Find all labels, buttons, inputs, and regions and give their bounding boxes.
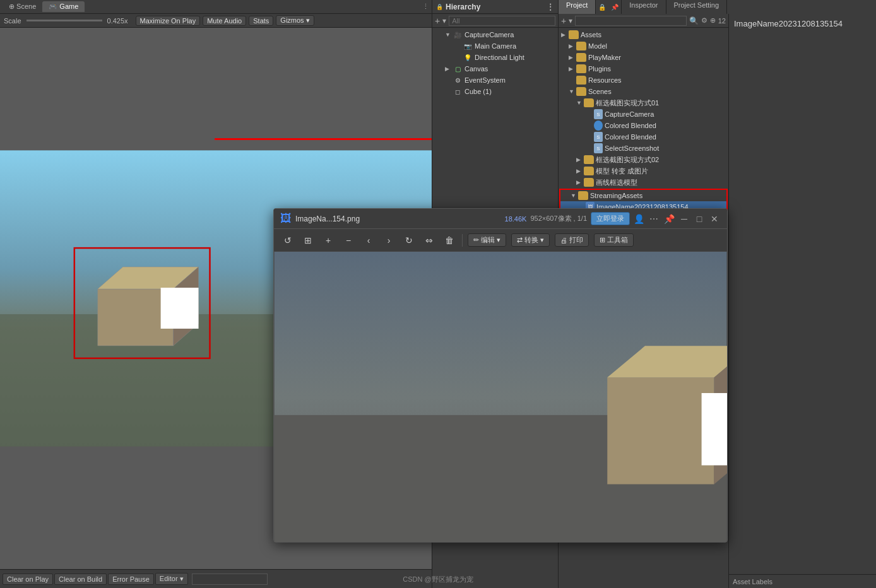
clear-on-play-button[interactable]: Clear on Play — [3, 573, 53, 585]
tab-game[interactable]: 🎮 Game — [42, 1, 85, 12]
arrow-icon: ▶ — [569, 43, 576, 49]
hierarchy-item-canvas[interactable]: ▶ ▢ Canvas — [432, 63, 558, 74]
rotate-left-icon[interactable]: ↺ — [280, 233, 295, 248]
proj-item-colored-blended-2[interactable]: S Colored Blended — [559, 131, 728, 143]
maximize-on-play-button[interactable]: Maximize On Play — [136, 16, 201, 26]
svg-rect-12 — [702, 393, 727, 466]
arrow-icon: ▶ — [569, 66, 576, 72]
folder-icon — [569, 30, 579, 39]
editor-dropdown-icon: ▾ — [180, 575, 184, 582]
mute-audio-button[interactable]: Mute Audio — [203, 16, 246, 26]
viewer-app-icon: 🖼 — [280, 212, 292, 225]
arrow-icon: ▼ — [569, 88, 576, 95]
proj-item-scene01[interactable]: ▼ 框选截图实现方式01 — [559, 97, 728, 109]
hierarchy-toolbar: + ▾ — [432, 14, 558, 28]
proj-item-streaming-assets[interactable]: ▼ StreamingAssets — [560, 190, 726, 201]
hierarchy-item-cube[interactable]: ◻ Cube (1) — [432, 86, 558, 97]
proj-item-resources[interactable]: Resources — [559, 74, 728, 86]
project-pin-icon[interactable]: 📌 — [608, 0, 621, 14]
cube-icon: ◻ — [453, 86, 463, 97]
proj-item-model-convert[interactable]: ▶ 模型 转变 成图片 — [559, 165, 728, 177]
console-search-input[interactable] — [192, 573, 268, 585]
error-pause-button[interactable]: Error Pause — [108, 573, 154, 585]
inspector-filename: ImageName20231208135154 — [734, 19, 871, 28]
folder-icon — [576, 64, 586, 73]
convert-button[interactable]: ⇄ 转换 ▾ — [511, 233, 550, 247]
sort-icon[interactable]: ⊕ — [710, 16, 716, 25]
viewer-file-size: 18.46K — [505, 215, 527, 223]
viewer-title: ImageNa...154.png — [295, 215, 497, 223]
delete-icon[interactable]: 🗑 — [442, 233, 457, 248]
proj-item-capturecamera-scene[interactable]: S CaptureCamera — [559, 109, 728, 120]
project-toolbar: + ▾ 🔍 ⚙ ⊕ 12 — [559, 14, 728, 28]
viewer-pin-icon[interactable]: 📌 — [663, 213, 675, 225]
project-dropdown-icon[interactable]: ▾ — [569, 16, 572, 25]
game-toolbar: Scale 0.425x Maximize On Play Mute Audio… — [0, 14, 432, 28]
nav-next-icon[interactable]: › — [381, 233, 396, 248]
arrow-icon: ▼ — [576, 100, 584, 106]
viewer-dimensions: 952×607像素 , 1/1 — [530, 214, 587, 223]
hierarchy-menu-icon[interactable]: ⋮ — [547, 3, 554, 11]
hierarchy-search-input[interactable] — [449, 16, 555, 26]
proj-item-assets[interactable]: ▶ Assets — [559, 29, 728, 40]
filter-icon[interactable]: ⚙ — [701, 16, 707, 25]
folder-icon — [584, 155, 594, 164]
stats-button[interactable]: Stats — [249, 16, 273, 26]
zoom-out-icon[interactable]: − — [341, 233, 356, 248]
project-plus-icon[interactable]: + — [561, 16, 566, 26]
view-icon[interactable]: 12 — [718, 17, 726, 25]
search-icon: 🔍 — [689, 16, 699, 25]
gizmos-button[interactable]: Gizmos ▾ — [276, 15, 314, 26]
folder-icon — [576, 87, 586, 96]
hierarchy-item-directional-light[interactable]: 💡 Directional Light — [432, 52, 558, 63]
proj-item-draw-select[interactable]: ▶ 画线框选模型 — [559, 177, 728, 188]
hierarchy-dropdown-icon[interactable]: ▾ — [442, 16, 446, 25]
viewer-minimize-icon[interactable]: ─ — [678, 213, 690, 225]
proj-item-model[interactable]: ▶ Model — [559, 40, 728, 52]
folder-icon — [576, 42, 586, 50]
viewer-maximize-icon[interactable]: □ — [693, 213, 706, 225]
hierarchy-header: 🔒 Hierarchy ⋮ — [432, 0, 558, 14]
rotate-right-icon[interactable]: ↻ — [401, 233, 417, 248]
editor-dropdown-button[interactable]: Editor ▾ — [155, 573, 188, 585]
tab-menu-icon[interactable]: ⋮ — [422, 3, 429, 11]
inspector-panel: ImageName20231208135154 Asset Labels — [729, 14, 876, 588]
scale-label: Scale — [4, 17, 21, 25]
blue-circle-icon — [594, 121, 603, 131]
project-search-input[interactable] — [575, 16, 687, 26]
viewer-close-icon[interactable]: ✕ — [708, 213, 721, 225]
tab-project[interactable]: Project — [559, 0, 596, 14]
proj-item-selectscreenshot[interactable]: S SelectScreenshot — [559, 143, 728, 154]
tools-button[interactable]: ⊞ 工具箱 — [594, 233, 634, 247]
tab-scene[interactable]: ⊕ Scene — [3, 1, 42, 12]
proj-item-colored-blended-1[interactable]: Colored Blended — [559, 120, 728, 131]
clear-on-build-button[interactable]: Clear on Build — [54, 573, 107, 585]
project-lock-icon[interactable]: 🔒 — [596, 0, 608, 14]
convert-dropdown-icon: ▾ — [540, 236, 544, 244]
toolbox-icon: ⊞ — [600, 236, 605, 244]
hierarchy-plus-icon[interactable]: + — [435, 16, 440, 26]
zoom-in-icon[interactable]: + — [321, 233, 336, 248]
camera-icon: 📷 — [463, 41, 473, 51]
proj-item-playmaker[interactable]: ▶ PlayMaker — [559, 52, 728, 63]
tab-inspector[interactable]: Inspector — [622, 0, 666, 14]
proj-item-scenes[interactable]: ▼ Scenes — [559, 86, 728, 97]
proj-item-scene02[interactable]: ▶ 框选截图实现方式02 — [559, 154, 728, 165]
gizmos-dropdown-icon: ▾ — [306, 16, 310, 24]
hierarchy-item-capturecamera[interactable]: ▼ 🎥 CaptureCamera — [432, 29, 558, 40]
flip-icon[interactable]: ⇔ — [422, 233, 437, 248]
grid-icon[interactable]: ⊞ — [300, 233, 316, 248]
viewer-login-button[interactable]: 立即登录 — [591, 212, 630, 225]
hierarchy-item-main-camera[interactable]: 📷 Main Camera — [432, 40, 558, 52]
tab-project-settings[interactable]: Project Setting — [666, 0, 728, 14]
scale-slider[interactable] — [27, 20, 102, 21]
proj-item-plugins[interactable]: ▶ Plugins — [559, 63, 728, 74]
hierarchy-item-eventsystem[interactable]: ⚙ EventSystem — [432, 74, 558, 86]
viewer-more-icon[interactable]: ⋯ — [648, 213, 660, 225]
nav-prev-icon[interactable]: ‹ — [361, 233, 376, 248]
scale-value: 0.425x — [107, 17, 128, 25]
scene-icon: S — [594, 132, 603, 142]
print-button[interactable]: 🖨 打印 — [555, 233, 589, 247]
edit-button[interactable]: ✏ 编辑 ▾ — [468, 233, 506, 247]
asset-labels-text: Asset Labels — [733, 578, 772, 585]
